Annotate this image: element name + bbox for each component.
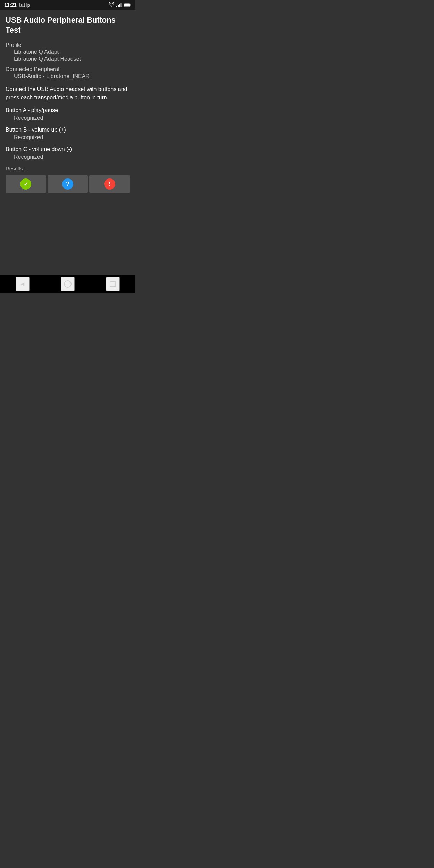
action-buttons-row: ✓ ? !	[6, 175, 130, 193]
instruction-text: Connect the USB Audio headset with butto…	[6, 85, 130, 102]
connected-peripheral-value: USB-Audio - Libratone_INEAR	[6, 73, 130, 80]
pass-button[interactable]: ✓	[6, 175, 46, 193]
button-b-status: Recognized	[6, 134, 130, 141]
svg-point-1	[21, 4, 23, 6]
page-title: USB Audio Peripheral Buttons Test	[6, 15, 130, 35]
back-button[interactable]: ◄	[16, 277, 30, 291]
exclamation-icon: !	[104, 178, 115, 190]
home-button[interactable]	[61, 277, 75, 291]
svg-rect-4	[116, 6, 117, 7]
status-bar: 11:21 ip	[0, 0, 135, 10]
button-a-section: Button A - play/pause Recognized	[6, 107, 130, 121]
recents-button[interactable]	[106, 277, 120, 291]
home-circle-icon	[64, 280, 72, 288]
recents-square-icon	[109, 281, 116, 287]
battery-icon	[124, 3, 131, 7]
status-right	[108, 2, 131, 7]
ip-label: ip	[26, 2, 30, 8]
svg-rect-7	[120, 3, 122, 7]
photo-icon	[19, 2, 25, 7]
button-c-section: Button C - volume down (-) Recognized	[6, 146, 130, 160]
svg-point-11	[64, 281, 71, 287]
profile-item-2: Libratone Q Adapt Headset	[6, 56, 130, 62]
results-label: Results...	[6, 166, 130, 172]
checkmark-icon: ✓	[24, 181, 28, 187]
status-left: 11:21 ip	[4, 2, 30, 8]
svg-rect-12	[110, 281, 116, 287]
button-a-label: Button A - play/pause	[6, 107, 130, 114]
question-mark-icon: ?	[66, 181, 69, 187]
pass-icon: ✓	[20, 178, 31, 190]
connected-peripheral-section: Connected Peripheral USB-Audio - Librato…	[6, 66, 130, 80]
button-c-label: Button C - volume down (-)	[6, 146, 130, 152]
main-content: USB Audio Peripheral Buttons Test Profil…	[0, 10, 135, 275]
svg-rect-2	[21, 3, 23, 3]
svg-point-3	[111, 6, 112, 7]
info-button[interactable]: ?	[48, 175, 88, 193]
button-c-status: Recognized	[6, 154, 130, 160]
wifi-icon	[108, 2, 115, 7]
connected-peripheral-label: Connected Peripheral	[6, 66, 130, 73]
svg-rect-9	[131, 4, 131, 6]
status-time: 11:21	[4, 2, 17, 8]
status-notification-icons: ip	[19, 2, 30, 8]
signal-icon	[116, 2, 122, 7]
profile-label: Profile	[6, 42, 130, 48]
question-icon: ?	[62, 178, 73, 190]
svg-rect-6	[119, 4, 120, 7]
svg-rect-5	[118, 5, 119, 7]
fail-button[interactable]: !	[89, 175, 130, 193]
button-b-section: Button B - volume up (+) Recognized	[6, 127, 130, 141]
button-a-status: Recognized	[6, 115, 130, 121]
profile-item-1: Libratone Q Adapt	[6, 49, 130, 55]
profile-section: Profile Libratone Q Adapt Libratone Q Ad…	[6, 42, 130, 62]
svg-rect-10	[124, 4, 130, 6]
nav-bar: ◄	[0, 275, 135, 293]
button-b-label: Button B - volume up (+)	[6, 127, 130, 133]
svg-rect-0	[20, 3, 25, 7]
back-icon: ◄	[19, 281, 26, 288]
exclamation-mark-icon: !	[109, 181, 110, 187]
